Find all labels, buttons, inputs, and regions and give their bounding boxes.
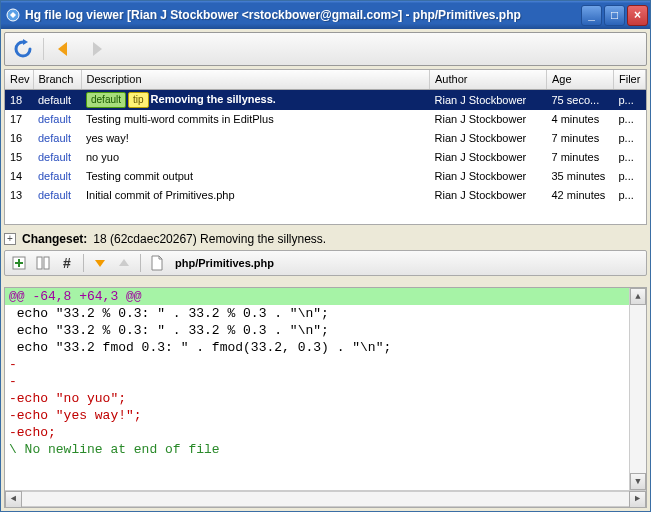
table-row[interactable]: 17defaultTesting multi-word commits in E… <box>5 110 646 129</box>
col-age[interactable]: Age <box>547 70 614 89</box>
cell-rev: 16 <box>5 129 33 148</box>
back-button[interactable] <box>52 37 76 61</box>
table-row[interactable]: 18defaultdefaulttipRemoving the sillynes… <box>5 89 646 110</box>
hash-icon[interactable]: # <box>57 253 77 273</box>
file-icon <box>147 253 167 273</box>
badge-default: default <box>86 92 126 108</box>
cell-description: Initial commit of Primitives.php <box>81 186 430 205</box>
cell-age: 4 minutes <box>547 110 614 129</box>
cell-description: no yuo <box>81 148 430 167</box>
forward-button[interactable] <box>84 37 108 61</box>
cell-rev: 15 <box>5 148 33 167</box>
diff-line: \ No newline at end of file <box>5 441 646 458</box>
diff-hunk: @@ -64,8 +64,3 @@ <box>5 288 646 305</box>
maximize-button[interactable]: □ <box>604 5 625 26</box>
cell-author: Rian J Stockbower <box>430 129 547 148</box>
app-icon <box>5 7 21 23</box>
cell-description: Testing commit output <box>81 167 430 186</box>
cell-author: Rian J Stockbower <box>430 148 547 167</box>
cell-filer: p... <box>614 110 646 129</box>
diff-line: echo "33.2 fmod 0.3: " . fmod(33.2, 0.3)… <box>5 339 646 356</box>
scroll-track-h[interactable] <box>22 491 629 507</box>
minimize-button[interactable]: _ <box>581 5 602 26</box>
file-toolbar-separator <box>83 254 84 272</box>
diff-line: -echo "yes way!"; <box>5 407 646 424</box>
cell-author: Rian J Stockbower <box>430 186 547 205</box>
badge-tip: tip <box>128 92 149 108</box>
col-rev[interactable]: Rev <box>5 70 33 89</box>
svg-rect-6 <box>15 262 23 264</box>
diff-add-icon[interactable] <box>9 253 29 273</box>
diff-line: - <box>5 356 646 373</box>
cell-description: yes way! <box>81 129 430 148</box>
col-description[interactable]: Description <box>81 70 430 89</box>
cell-filer: p... <box>614 186 646 205</box>
cell-author: Rian J Stockbower <box>430 89 547 110</box>
table-header-row: Rev Branch Description Author Age Filer <box>5 70 646 89</box>
close-button[interactable]: × <box>627 5 648 26</box>
table-row[interactable]: 13defaultInitial commit of Primitives.ph… <box>5 186 646 205</box>
cell-rev: 13 <box>5 186 33 205</box>
svg-rect-7 <box>37 257 42 269</box>
cell-age: 75 seco... <box>547 89 614 110</box>
vertical-scrollbar[interactable]: ▲ ▼ <box>629 288 646 490</box>
scroll-left-icon[interactable]: ◄ <box>5 491 22 508</box>
description-text: Testing commit output <box>86 170 193 182</box>
diff-line: - <box>5 373 646 390</box>
commit-list[interactable]: Rev Branch Description Author Age Filer … <box>4 69 647 225</box>
window-title: Hg file log viewer [Rian J Stockbower <r… <box>25 8 581 22</box>
scroll-right-icon[interactable]: ► <box>629 491 646 508</box>
diff-line: -echo; <box>5 424 646 441</box>
prev-diff-button[interactable] <box>90 253 110 273</box>
cell-branch: default <box>33 148 81 167</box>
expand-button[interactable]: + <box>4 233 16 245</box>
scroll-down-icon[interactable]: ▼ <box>630 473 646 490</box>
diff-line: -echo "no yuo"; <box>5 390 646 407</box>
svg-marker-1 <box>23 39 28 45</box>
cell-rev: 18 <box>5 89 33 110</box>
cell-branch: default <box>33 167 81 186</box>
changeset-row: + Changeset: 18 (62cdaec20267) Removing … <box>4 228 647 250</box>
file-toolbar: # php/Primitives.php <box>4 250 647 276</box>
cell-filer: p... <box>614 148 646 167</box>
cell-filer: p... <box>614 129 646 148</box>
scroll-track[interactable] <box>630 305 646 473</box>
changeset-text: 18 (62cdaec20267) Removing the sillyness… <box>93 232 326 246</box>
table-row[interactable]: 16defaultyes way!Rian J Stockbower7 minu… <box>5 129 646 148</box>
col-filer[interactable]: Filer <box>614 70 646 89</box>
description-text: Initial commit of Primitives.php <box>86 189 235 201</box>
cell-filer: p... <box>614 167 646 186</box>
svg-marker-2 <box>58 42 67 56</box>
table-row[interactable]: 15defaultno yuoRian J Stockbower7 minute… <box>5 148 646 167</box>
col-author[interactable]: Author <box>430 70 547 89</box>
refresh-button[interactable] <box>11 37 35 61</box>
description-text: Testing multi-word commits in EditPlus <box>86 113 274 125</box>
scroll-up-icon[interactable]: ▲ <box>630 288 646 305</box>
file-path: php/Primitives.php <box>175 257 274 269</box>
table-row[interactable]: 14defaultTesting commit outputRian J Sto… <box>5 167 646 186</box>
commit-table: Rev Branch Description Author Age Filer … <box>5 70 646 205</box>
description-text: yes way! <box>86 132 129 144</box>
diff-line: echo "33.2 % 0.3: " . 33.2 % 0.3 . "\n"; <box>5 322 646 339</box>
diff-body: @@ -64,8 +64,3 @@ echo "33.2 % 0.3: " . … <box>5 288 646 490</box>
svg-marker-9 <box>95 260 105 267</box>
col-branch[interactable]: Branch <box>33 70 81 89</box>
svg-marker-10 <box>119 259 129 266</box>
side-by-side-icon[interactable] <box>33 253 53 273</box>
horizontal-scrollbar[interactable]: ◄ ► <box>5 490 646 507</box>
cell-branch: default <box>33 186 81 205</box>
cell-description: defaulttipRemoving the sillyness. <box>81 89 430 110</box>
diff-view[interactable]: @@ -64,8 +64,3 @@ echo "33.2 % 0.3: " . … <box>4 287 647 508</box>
changeset-panel: + Changeset: 18 (62cdaec20267) Removing … <box>4 228 647 284</box>
cell-branch: default <box>33 89 81 110</box>
cell-author: Rian J Stockbower <box>430 167 547 186</box>
svg-marker-3 <box>93 42 102 56</box>
app-window: Hg file log viewer [Rian J Stockbower <r… <box>0 0 651 512</box>
description-text: no yuo <box>86 151 119 163</box>
file-toolbar-separator-2 <box>140 254 141 272</box>
cell-branch: default <box>33 129 81 148</box>
next-diff-button[interactable] <box>114 253 134 273</box>
cell-rev: 17 <box>5 110 33 129</box>
cell-author: Rian J Stockbower <box>430 110 547 129</box>
changeset-label: Changeset: <box>22 232 87 246</box>
